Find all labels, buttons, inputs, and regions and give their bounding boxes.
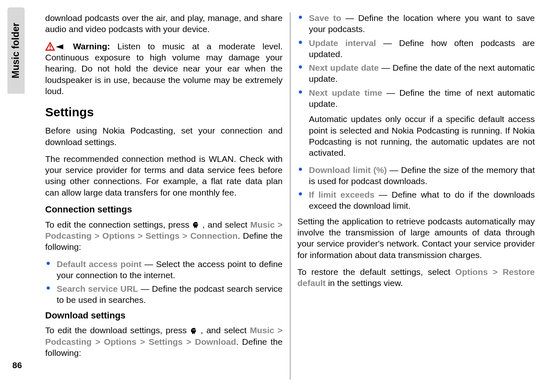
download-intro: To edit the download settings, press , a… <box>45 325 283 358</box>
list-item: If limit exceeds — Define what to do if … <box>297 189 535 212</box>
intro-text: download podcasts over the air, and play… <box>45 12 283 35</box>
page-content: download podcasts over the air, and play… <box>45 12 535 380</box>
connection-intro: To edit the connection settings, press ,… <box>45 219 283 253</box>
sidebar-tab: Music folder <box>7 7 25 94</box>
svg-marker-3 <box>56 44 63 49</box>
restore-defaults: To restore the default settings, select … <box>297 266 535 289</box>
list-item: Download limit (%) — Define the size of … <box>297 164 535 187</box>
connection-settings-list: Default access point — Select the access… <box>45 258 283 306</box>
list-item: Search service URL — Define the podcast … <box>45 283 283 306</box>
connection-settings-heading: Connection settings <box>45 204 283 216</box>
warning-icon <box>45 42 73 51</box>
list-item: Next update date — Define the date of th… <box>297 62 535 85</box>
warning-label: Warning: <box>73 42 110 51</box>
settings-p1: Before using Nokia Podcasting, set your … <box>45 125 283 148</box>
list-item: Update interval — Define how often podca… <box>297 37 535 60</box>
settings-p2: The recommended connection method is WLA… <box>45 153 283 198</box>
page-number: 86 <box>12 360 22 371</box>
sidebar-label: Music folder <box>10 23 22 78</box>
menu-key-icon <box>190 325 201 335</box>
settings-heading: Settings <box>45 104 283 120</box>
warning-block: Warning: Listen to music at a moderate l… <box>45 41 283 97</box>
list-item: Next update time — Define the time of ne… <box>297 87 535 110</box>
download-settings-heading: Download settings <box>45 310 283 322</box>
auto-retrieve-warning: Setting the application to retrieve podc… <box>297 216 535 261</box>
menu-key-icon <box>192 220 202 229</box>
list-item: Default access point — Select the access… <box>45 258 283 281</box>
download-settings-list-2: Download limit (%) — Define the size of … <box>297 164 535 212</box>
auto-update-note: Automatic updates only occur if a specif… <box>309 113 535 158</box>
list-item: Save to — Define the location where you … <box>297 12 535 35</box>
download-settings-list: Save to — Define the location where you … <box>297 12 535 109</box>
svg-rect-1 <box>50 45 51 48</box>
svg-rect-2 <box>50 48 51 50</box>
